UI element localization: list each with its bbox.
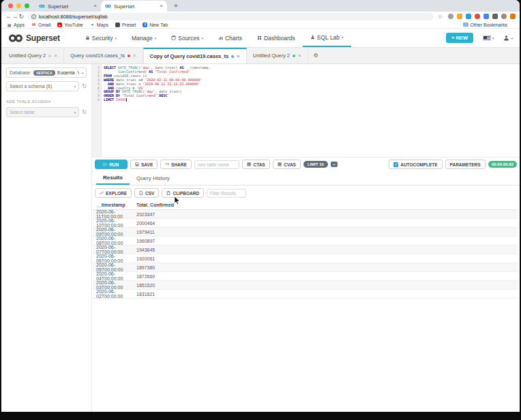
extension-icon[interactable] bbox=[501, 14, 507, 19]
filter-results-input[interactable] bbox=[207, 189, 246, 198]
new-table-name-input[interactable] bbox=[194, 160, 239, 169]
user-icon[interactable] bbox=[503, 35, 509, 41]
url-bar[interactable]: i localhost:8088/superset/sqllab bbox=[27, 13, 434, 20]
bookmark-label: Gmail bbox=[38, 22, 50, 27]
query-tab[interactable]: Query covid19.cases_ts× bbox=[64, 48, 143, 63]
superset-favicon-icon bbox=[39, 4, 45, 8]
minimize-window-button[interactable] bbox=[16, 3, 21, 8]
query-tab[interactable]: Untitled Query 2× bbox=[247, 48, 308, 63]
table-row[interactable]: 2020-06-10T00:00:002000464 bbox=[93, 219, 518, 228]
close-icon[interactable]: × bbox=[237, 53, 240, 59]
table-row[interactable]: 2020-06-03T00:00:001851520 bbox=[93, 281, 518, 290]
table-row[interactable]: 2020-06-09T00:00:001979411 bbox=[93, 228, 518, 237]
bookmark-item[interactable]: ●Maps bbox=[90, 22, 108, 27]
ctas-button[interactable]: ▦ CTAS bbox=[242, 160, 270, 169]
navbar-item-manage[interactable]: Manage▾ bbox=[124, 29, 164, 47]
table-select[interactable]: Select table ▾ bbox=[6, 107, 79, 117]
results-table-header[interactable]: __timestamp Total_Confirmed bbox=[93, 200, 518, 210]
explore-button[interactable]: EXPLORE bbox=[95, 188, 132, 198]
column-header-timestamp[interactable]: __timestamp bbox=[93, 202, 135, 207]
refresh-table-icon[interactable]: ↻ bbox=[82, 109, 87, 115]
autocomplete-toggle[interactable]: ✓ AUTOCOMPLETE bbox=[389, 160, 442, 169]
superset-logo[interactable]: Superset bbox=[8, 33, 60, 43]
bookmark-item[interactable]: Preset bbox=[115, 22, 136, 27]
tab-results[interactable]: Results bbox=[96, 171, 130, 185]
forward-icon[interactable]: → bbox=[12, 13, 18, 20]
close-icon[interactable]: × bbox=[133, 52, 136, 59]
close-icon[interactable]: × bbox=[54, 52, 57, 59]
query-tab[interactable]: Untitled Query 2× bbox=[3, 48, 64, 63]
gear-icon[interactable]: ⚙ bbox=[314, 52, 318, 59]
table-row[interactable]: 2020-06-05T00:00:001897380 bbox=[93, 263, 518, 272]
editor-code[interactable]: SELECT DATE_TRUNC('day', date_trunc) AS … bbox=[102, 64, 211, 157]
browser-tab[interactable]: Superset× bbox=[35, 1, 101, 12]
navbar-item-sql-lab[interactable]: SQL Lab▾ bbox=[303, 29, 351, 47]
new-tab-button[interactable]: + bbox=[171, 1, 181, 11]
sql-token: ) bbox=[179, 89, 181, 93]
navbar-item-sources[interactable]: Sources▾ bbox=[164, 29, 211, 47]
code-line: LIMIT 50000 bbox=[104, 98, 211, 102]
extension-icon[interactable] bbox=[492, 14, 498, 19]
bookmark-star-icon[interactable]: ☆ bbox=[438, 14, 443, 20]
extension-icon[interactable] bbox=[448, 14, 453, 19]
database-value: Eugenia_Verti bbox=[57, 70, 79, 75]
facebook-icon: f bbox=[143, 22, 147, 27]
table-row[interactable]: 2020-06-04T00:00:001872660 bbox=[93, 272, 518, 281]
browser-tab[interactable]: Superset× bbox=[101, 1, 167, 12]
parameters-button[interactable]: PARAMETERS bbox=[445, 160, 486, 169]
csv-button[interactable]: CSV bbox=[134, 188, 159, 198]
cell-total-confirmed: 1979411 bbox=[135, 230, 155, 235]
tab-query-history[interactable]: Query History bbox=[130, 171, 177, 185]
user-caret-icon: ▾ bbox=[511, 36, 513, 40]
bookmark-item[interactable]: ▦Apps bbox=[7, 22, 25, 27]
extension-icon[interactable] bbox=[510, 14, 516, 19]
extension-icon[interactable] bbox=[466, 14, 471, 19]
language-flag-icon[interactable] bbox=[483, 35, 491, 41]
browser-tab-title: Superset bbox=[114, 3, 157, 10]
site-info-icon[interactable]: i bbox=[31, 14, 36, 19]
bookmark-item[interactable]: ▸YouTube bbox=[57, 22, 83, 27]
bookmark-label: Apps bbox=[14, 22, 25, 27]
query-tab[interactable]: Copy of Query covid19.cases_ts× bbox=[143, 48, 247, 63]
sql-editor[interactable]: 123456789 SELECT DATE_TRUNC('day', date_… bbox=[92, 64, 520, 158]
table-row[interactable]: 2020-06-11T00:00:002023347 bbox=[93, 210, 518, 219]
extension-icon[interactable] bbox=[457, 14, 462, 19]
close-window-button[interactable] bbox=[8, 3, 13, 8]
clipboard-button[interactable]: CLIPBOARD bbox=[162, 188, 204, 198]
status-dot-grey bbox=[48, 55, 51, 57]
new-button[interactable]: + NEW bbox=[446, 33, 473, 43]
database-select[interactable]: Database: VERTICA Eugenia_Verti ▾ bbox=[6, 68, 87, 78]
navbar-item-security[interactable]: Security▾ bbox=[78, 29, 124, 47]
cvas-button[interactable]: ▦ CVAS bbox=[273, 160, 301, 169]
close-icon[interactable]: × bbox=[298, 52, 301, 59]
table-row[interactable]: 2020-06-02T00:00:001831821 bbox=[93, 290, 518, 299]
schema-select[interactable]: Select a schema (6) ▾ bbox=[6, 81, 79, 91]
bookmark-item[interactable]: MGmail bbox=[31, 22, 50, 27]
schema-placeholder: Select a schema (6) bbox=[10, 84, 52, 89]
maximize-window-button[interactable] bbox=[25, 3, 29, 8]
navbar-item-dashboards[interactable]: Dashboards bbox=[250, 29, 303, 47]
bookmark-item[interactable]: fNew Tab bbox=[143, 22, 168, 27]
limit-badge[interactable]: LIMIT 10 bbox=[303, 161, 328, 168]
cell-timestamp: 2020-06-05T00:00:00 bbox=[93, 262, 135, 272]
query-tab-label: Query covid19.cases_ts bbox=[70, 52, 125, 59]
bookmark-label: Maps bbox=[97, 22, 108, 27]
window-controls[interactable] bbox=[1, 0, 35, 12]
extension-icon[interactable] bbox=[475, 14, 480, 19]
flask-icon bbox=[310, 35, 315, 40]
close-icon[interactable]: × bbox=[93, 3, 97, 9]
table-row[interactable]: 2020-06-06T00:00:001920061 bbox=[93, 254, 518, 263]
column-header-total-confirmed[interactable]: Total_Confirmed bbox=[135, 202, 174, 207]
reload-icon[interactable]: ↻ bbox=[18, 13, 25, 20]
navbar-item-charts[interactable]: Charts bbox=[211, 29, 250, 47]
save-button[interactable]: SAVE bbox=[130, 160, 158, 169]
close-icon[interactable]: × bbox=[160, 3, 163, 9]
share-button[interactable]: ↪ SHARE bbox=[160, 160, 192, 169]
table-row[interactable]: 2020-06-07T00:00:001943645 bbox=[93, 245, 518, 254]
table-row[interactable]: 2020-06-08T00:00:001960897 bbox=[93, 237, 518, 245]
back-icon[interactable]: ← bbox=[5, 13, 12, 20]
extension-icon[interactable] bbox=[483, 14, 489, 19]
other-bookmarks[interactable]: Other Bookmarks bbox=[463, 22, 507, 27]
run-button[interactable]: ▷ RUN bbox=[95, 160, 128, 169]
refresh-schema-icon[interactable]: ↻ bbox=[82, 83, 87, 89]
